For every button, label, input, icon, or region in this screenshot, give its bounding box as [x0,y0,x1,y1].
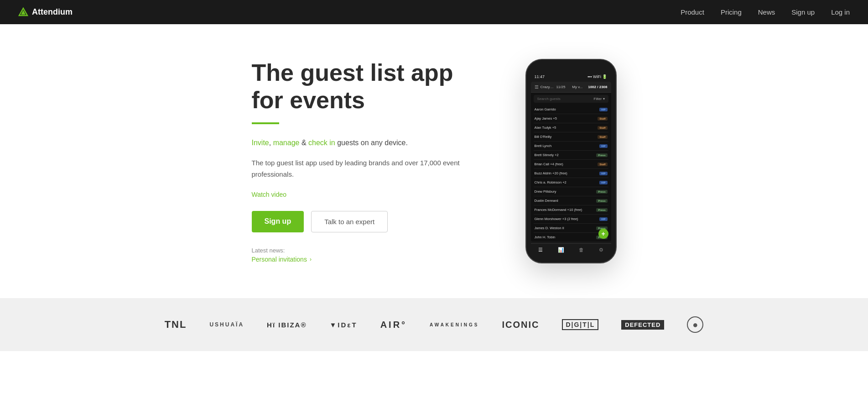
guest-name: Frances McDormand +10 (free) [535,208,595,212]
brand-logo: DEFECTED [621,320,664,330]
guest-badge: Staff [598,163,607,166]
guest-name: James D. Weston II [535,226,595,230]
guest-badge: VIP [599,144,608,148]
guest-name: Brian Call +4 (free) [535,162,596,166]
guest-name: Bill O'Reilly [535,135,596,139]
logo-icon [18,7,28,17]
nav-signup[interactable]: Sign up [791,8,815,16]
brand-logo: ICONIC [502,320,539,330]
guest-name: Buzz Aldrin +20 (free) [535,171,598,175]
guest-badge: Press [596,199,607,203]
tagline-manage: manage [273,139,300,147]
hero-description: The top guest list app used by leading b… [252,157,480,180]
logo[interactable]: Attendium [18,7,73,17]
guest-list-item: Buzz Aldrin +20 (free) VIP [534,169,608,178]
tagline-comma: , [269,139,273,147]
guest-list-item: Bill O'Reilly Staff [534,132,608,142]
phone-screen: ☰ Crazy Wedn... 11/25 My v... 1002 / 230… [531,82,611,242]
guest-badge: Staff [598,135,607,139]
navigation: Attendium Product Pricing News Sign up L… [0,0,868,24]
tab-stats-icon[interactable]: 📊 [558,247,564,253]
news-link[interactable]: Personal invitations › [252,256,480,263]
guest-list-item: Glenn Morshower +3 (2 free) VIP [534,215,608,224]
hero-divider [252,122,279,124]
phone-tab-bar: ☰ 📊 🗑 ⚙ [531,243,611,255]
guest-list-item: James D. Weston II Press [534,224,608,233]
phone-menu-icon: ☰ [535,84,539,89]
nav-pricing[interactable]: Pricing [721,8,742,16]
phone-time: 11:47 [535,74,545,79]
guest-badge: VIP [599,108,608,111]
tab-list-icon[interactable]: ☰ [538,247,543,253]
guest-badge: VIP [599,181,608,184]
brand-logo: AWAKENINGS [430,322,479,327]
guest-badge: Press [596,190,607,194]
tagline-invite: Invite [252,139,269,147]
nav-news[interactable]: News [758,8,775,16]
news-chevron: › [310,256,312,263]
phone-fab-button[interactable]: + [598,229,608,239]
guest-name: Aaron Garrido [535,107,598,111]
phone-mockup: 11:47 ▪▪▪ WiFi 🔋 ☰ Crazy Wedn... 11/25 M… [525,59,617,263]
guest-list-item: Drew Pillsbury Press [534,187,608,196]
guest-list-item: Dustin Dennard Press [534,196,608,205]
watch-video-link[interactable]: Watch video [252,191,287,198]
guest-name: Brett Lynch [535,144,598,148]
brand-logo: D|G|T|L [562,319,598,330]
tagline-checkin: check in [308,139,335,147]
guest-name: Dustin Dennard [535,199,595,203]
talk-to-expert-button[interactable]: Talk to an expert [311,211,388,232]
nav-links: Product Pricing News Sign up Log in [681,8,850,16]
phone-guest-list: Aaron Garrido VIP Ajay James +5 Staff Al… [531,105,611,242]
guest-list-item: John H. Tobin Press [534,233,608,242]
phone-count: 1002 / 2308 [588,85,607,89]
guest-badge: Staff [598,117,607,121]
brand-logo: ▼IDεT [329,321,357,329]
phone-notch [555,66,587,73]
phone-filter-label: Filter ▾ [594,97,605,101]
guest-list-item: Aaron Garrido VIP [534,105,608,114]
brands-section: TNLUSHUAÏAHï IBIZA®▼IDεTAIR°AWAKENINGSIC… [0,298,868,351]
nav-product[interactable]: Product [681,8,704,16]
guest-name: Ajay James +5 [535,116,596,121]
phone-date: 11/25 [556,85,570,89]
news-link-text: Personal invitations [252,256,307,263]
guest-list-item: Brian Call +4 (free) Staff [534,160,608,169]
guest-name: Chris a. Robinson +2 [535,180,598,184]
guest-badge: Staff [598,126,607,130]
guest-name: Glenn Morshower +3 (2 free) [535,217,598,221]
tagline-amp: & [299,139,308,147]
tab-settings-icon[interactable]: ⚙ [599,247,603,253]
guest-list-item: Chris a. Robinson +2 VIP [534,178,608,187]
phone-header: ☰ Crazy Wedn... 11/25 My v... 1002 / 230… [531,82,611,93]
hero-buttons: Sign up Talk to an expert [252,211,480,232]
guest-name: Brett Stimely +2 [535,153,595,157]
phone-signal: ▪▪▪ WiFi 🔋 [587,74,608,79]
tab-delete-icon[interactable]: 🗑 [579,247,584,253]
guest-badge: VIP [599,172,608,175]
guest-list-item: Frances McDormand +10 (free) Press [534,205,608,215]
nav-login[interactable]: Log in [831,8,850,16]
phone-search-bar: Search guests Filter ▾ [534,95,608,103]
guest-list-item: Brett Stimely +2 Press [534,151,608,160]
tagline-rest: guests on any device. [335,139,408,147]
guest-list-item: Ajay James +5 Staff [534,114,608,123]
brand-logo: USHUAÏA [209,321,244,328]
latest-news-label: Latest news: [252,247,480,254]
hero-content: The guest list app for events Invite, ma… [252,59,480,263]
phone-view: My v... [572,85,586,89]
brand-logo: ● [687,316,703,333]
phone-search-placeholder: Search guests [537,97,561,101]
phone-status-bar: 11:47 ▪▪▪ WiFi 🔋 [531,74,611,82]
guest-name: John H. Tobin [535,235,595,239]
guest-badge: VIP [599,217,608,221]
hero-title: The guest list app for events [252,59,480,114]
guest-name: Alan Tudyk +5 [535,126,596,130]
phone-event-name: Crazy Wedn... [541,85,555,89]
hero-tagline: Invite, manage & check in guests on any … [252,137,480,149]
guest-badge: Press [596,208,607,212]
brand-logo: AIR° [380,320,407,330]
guest-name: Drew Pillsbury [535,189,595,194]
signup-button[interactable]: Sign up [252,211,304,232]
guest-badge: Press [596,153,607,157]
